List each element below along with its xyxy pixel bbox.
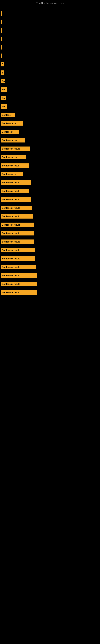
bar-32: Bottleneck result xyxy=(1,282,37,286)
bar-gap-31 xyxy=(1,270,98,273)
bar-label-27: Bottleneck result xyxy=(2,240,20,243)
bar-26: Bottleneck result xyxy=(1,231,34,236)
bar-label-6: B xyxy=(2,63,3,66)
bar-gap-30 xyxy=(1,261,98,265)
bar-label-13: Bottleneck re xyxy=(2,122,16,124)
bar-row-16: Bottleneck result xyxy=(1,146,98,151)
bar-row-4 xyxy=(1,45,98,50)
bar-row-31: Bottleneck result xyxy=(1,273,98,278)
bar-row-27: Bottleneck result xyxy=(1,240,98,244)
bar-gap-2 xyxy=(1,24,98,28)
bar-label-19: Bottleneck re xyxy=(2,173,16,175)
bar-gap-27 xyxy=(1,236,98,240)
bar-6: B xyxy=(1,62,4,66)
bar-gap-3 xyxy=(1,33,98,37)
bar-17: Bottleneck res xyxy=(1,155,26,160)
bar-gap-21 xyxy=(1,185,98,189)
bar-gap-17 xyxy=(1,151,98,155)
bar-10: Bo xyxy=(1,96,6,100)
bar-row-26: Bottleneck result xyxy=(1,231,98,236)
bar-row-14: Bottleneck xyxy=(1,130,98,134)
bar-label-21: Bottleneck resul xyxy=(2,190,19,192)
bar-9: Bot xyxy=(1,87,7,92)
bar-gap-33 xyxy=(1,286,98,290)
bar-label-31: Bottleneck result xyxy=(2,274,20,277)
bar-label-16: Bottleneck result xyxy=(2,148,20,150)
bar-23: Bottleneck result xyxy=(1,206,32,210)
bar-label-20: Bottleneck result xyxy=(2,181,20,184)
bar-28: Bottleneck result xyxy=(1,248,35,252)
bar-label-32: Bottleneck result xyxy=(2,283,20,285)
bar-row-10: Bo xyxy=(1,96,98,100)
bar-13: Bottleneck re xyxy=(1,121,23,126)
bar-row-1 xyxy=(1,20,98,24)
bar-row-24: Bottleneck result xyxy=(1,214,98,218)
bar-row-19: Bottleneck re xyxy=(1,172,98,176)
bar-4 xyxy=(1,45,2,50)
bar-row-33: Bottleneck result xyxy=(1,290,98,295)
bar-row-11: Bot xyxy=(1,104,98,109)
bar-24: Bottleneck result xyxy=(1,214,33,218)
bar-30: Bottleneck result xyxy=(1,265,36,269)
bar-5 xyxy=(1,54,2,58)
bar-29: Bottleneck result xyxy=(1,256,35,261)
bar-gap-13 xyxy=(1,118,98,121)
bar-row-9: Bot xyxy=(1,87,98,92)
bar-label-11: Bot xyxy=(2,105,5,108)
bar-gap-8 xyxy=(1,75,98,79)
bar-18: Bottleneck resul xyxy=(1,164,29,168)
bar-20: Bottleneck result xyxy=(1,180,31,185)
bar-gap-9 xyxy=(1,84,98,87)
bar-row-22: Bottleneck result xyxy=(1,197,98,202)
bar-gap-7 xyxy=(1,67,98,70)
bar-row-18: Bottleneck resul xyxy=(1,164,98,168)
bar-row-28: Bottleneck result xyxy=(1,248,98,252)
bar-21: Bottleneck resul xyxy=(1,189,29,193)
bar-gap-5 xyxy=(1,50,98,54)
bar-22: Bottleneck result xyxy=(1,197,31,202)
bar-27: Bottleneck result xyxy=(1,240,34,244)
bar-31: Bottleneck result xyxy=(1,273,37,278)
bar-label-15: Bottleneck res xyxy=(2,139,17,142)
bar-gap-15 xyxy=(1,134,98,138)
bar-19: Bottleneck re xyxy=(1,172,23,176)
bar-33: Bottleneck result xyxy=(1,290,37,295)
bar-row-5 xyxy=(1,54,98,58)
bar-gap-18 xyxy=(1,160,98,164)
bar-row-29: Bottleneck result xyxy=(1,256,98,261)
bar-14: Bottleneck xyxy=(1,130,19,134)
bar-gap-1 xyxy=(1,16,98,20)
bar-label-30: Bottleneck result xyxy=(2,266,20,268)
bar-3 xyxy=(1,37,2,41)
bar-12: Bottlene xyxy=(1,113,15,117)
bar-label-10: Bo xyxy=(2,97,5,99)
bar-row-23: Bottleneck result xyxy=(1,206,98,210)
bar-row-2 xyxy=(1,28,98,32)
bar-label-28: Bottleneck result xyxy=(2,249,20,251)
bar-gap-22 xyxy=(1,194,98,197)
bar-row-15: Bottleneck res xyxy=(1,138,98,142)
bar-gap-0 xyxy=(1,8,98,11)
bar-7: B xyxy=(1,70,4,75)
bar-label-22: Bottleneck result xyxy=(2,198,20,201)
bar-gap-25 xyxy=(1,219,98,222)
bar-label-18: Bottleneck resul xyxy=(2,164,19,167)
bar-label-25: Bottleneck result xyxy=(2,224,20,226)
bar-gap-11 xyxy=(1,100,98,104)
bar-25: Bottleneck result xyxy=(1,222,34,227)
bar-0 xyxy=(1,11,2,16)
bar-gap-16 xyxy=(1,143,98,146)
bar-label-23: Bottleneck result xyxy=(2,207,20,209)
bar-gap-32 xyxy=(1,278,98,282)
bar-gap-10 xyxy=(1,92,98,96)
bar-8: Bo xyxy=(1,79,5,83)
bar-gap-24 xyxy=(1,210,98,214)
bar-11: Bot xyxy=(1,104,7,109)
bar-gap-6 xyxy=(1,58,98,62)
bar-gap-14 xyxy=(1,126,98,130)
bar-row-13: Bottleneck re xyxy=(1,121,98,126)
bar-gap-12 xyxy=(1,109,98,113)
bar-row-20: Bottleneck result xyxy=(1,180,98,185)
bar-label-9: Bot xyxy=(2,88,5,91)
bar-15: Bottleneck res xyxy=(1,138,25,142)
